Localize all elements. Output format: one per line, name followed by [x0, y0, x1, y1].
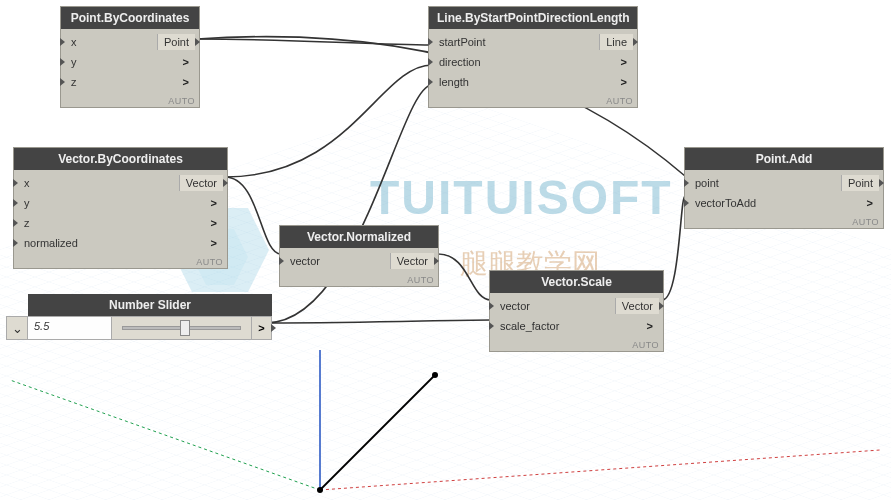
port-in-normalized[interactable]	[13, 239, 18, 247]
node-vector-scale[interactable]: Vector.Scale vector>Vector scale_factor>…	[489, 270, 664, 352]
node-line-by-start-point-direction-length[interactable]: Line.ByStartPointDirectionLength startPo…	[428, 6, 638, 108]
port-in-scale-factor[interactable]	[489, 322, 494, 330]
chevron-right-icon: >	[621, 76, 627, 88]
port-in-y[interactable]	[60, 58, 65, 66]
slider-track[interactable]	[112, 316, 252, 340]
chevron-right-icon: >	[183, 56, 189, 68]
node-point-add[interactable]: Point.Add point>Point vectorToAdd> AUTO	[684, 147, 884, 229]
node-title: Vector.Normalized	[280, 226, 438, 248]
replication-label: AUTO	[490, 339, 663, 351]
node-number-slider[interactable]: Number Slider ⌄ 5.5 >	[6, 294, 272, 340]
port-in-x[interactable]	[60, 38, 65, 46]
port-in-point[interactable]	[684, 179, 689, 187]
node-vector-by-coordinates[interactable]: Vector.ByCoordinates x>Vector y> z> norm…	[13, 147, 228, 269]
port-in-startpoint[interactable]	[428, 38, 433, 46]
svg-point-1	[317, 487, 323, 493]
node-title: Line.ByStartPointDirectionLength	[429, 7, 637, 29]
replication-label: AUTO	[685, 216, 883, 228]
port-in-vector-to-add[interactable]	[684, 199, 689, 207]
port-out-vector[interactable]: Vector	[390, 253, 434, 269]
node-title: Vector.Scale	[490, 271, 663, 293]
chevron-right-icon: >	[211, 197, 217, 209]
chevron-down-icon: ⌄	[12, 321, 23, 336]
port-in-z[interactable]	[60, 78, 65, 86]
port-in-x[interactable]	[13, 179, 18, 187]
replication-label: AUTO	[429, 95, 637, 107]
port-out-number[interactable]: >	[252, 316, 272, 340]
slider-thumb[interactable]	[180, 320, 190, 336]
expand-toggle[interactable]: ⌄	[6, 316, 28, 340]
port-in-length[interactable]	[428, 78, 433, 86]
port-out-vector[interactable]: Vector	[179, 175, 223, 191]
node-title: Point.ByCoordinates	[61, 7, 199, 29]
chevron-right-icon: >	[621, 56, 627, 68]
svg-point-2	[432, 372, 438, 378]
port-out-vector[interactable]: Vector	[615, 298, 659, 314]
chevron-right-icon: >	[211, 237, 217, 249]
port-out-point[interactable]: Point	[157, 34, 195, 50]
chevron-right-icon: >	[867, 197, 873, 209]
replication-label: AUTO	[280, 274, 438, 286]
node-vector-normalized[interactable]: Vector.Normalized vector>Vector AUTO	[279, 225, 439, 287]
port-in-vector[interactable]	[489, 302, 494, 310]
port-in-z[interactable]	[13, 219, 18, 227]
node-title: Vector.ByCoordinates	[14, 148, 227, 170]
replication-label: AUTO	[61, 95, 199, 107]
port-in-vector[interactable]	[279, 257, 284, 265]
slider-value[interactable]: 5.5	[28, 316, 112, 340]
port-out-line[interactable]: Line	[599, 34, 633, 50]
node-title: Number Slider	[28, 294, 272, 316]
chevron-right-icon: >	[258, 322, 264, 334]
replication-label: AUTO	[14, 256, 227, 268]
chevron-right-icon: >	[211, 217, 217, 229]
chevron-right-icon: >	[183, 76, 189, 88]
port-out-point[interactable]: Point	[841, 175, 879, 191]
port-in-y[interactable]	[13, 199, 18, 207]
node-point-by-coordinates[interactable]: Point.ByCoordinates x>Point y> z> AUTO	[60, 6, 200, 108]
port-in-direction[interactable]	[428, 58, 433, 66]
node-title: Point.Add	[685, 148, 883, 170]
chevron-right-icon: >	[647, 320, 653, 332]
